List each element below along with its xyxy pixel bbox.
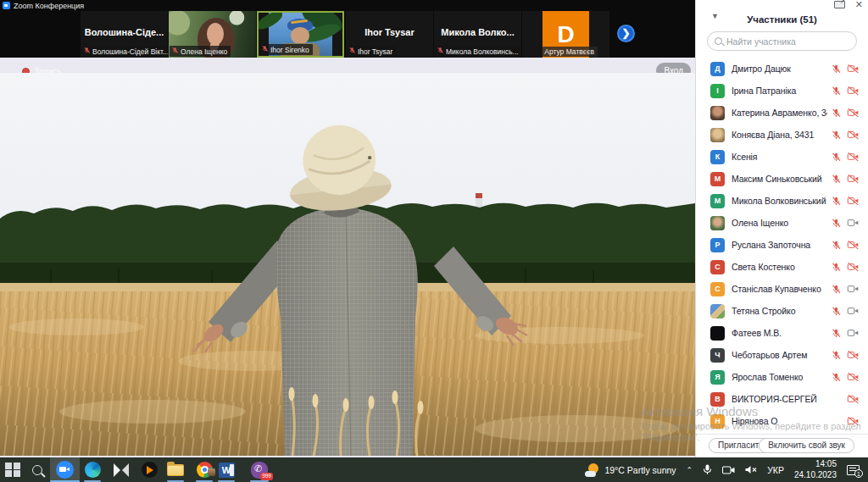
participant-row[interactable]: ІІрина Патраніка <box>696 80 868 102</box>
tray-camera-icon[interactable] <box>717 457 740 482</box>
search-participant-input[interactable] <box>726 36 849 47</box>
participant-row[interactable]: Катерина Авраменко, 3431 <box>696 102 868 124</box>
tray-show-hidden-icons[interactable]: ⌃ <box>682 457 698 482</box>
video-tile-artur[interactable]: D Артур Матвєєв <box>522 11 609 58</box>
tray-language-indicator[interactable]: УКР <box>762 457 789 482</box>
participant-row[interactable]: ДДмитро Дацюк <box>696 58 868 80</box>
participant-row[interactable]: ССтаніслав Купавченко <box>696 278 868 300</box>
participant-status-icons <box>831 350 860 361</box>
participant-name: Олена Іщенко <box>732 218 827 228</box>
participant-row[interactable]: ЧЧеботарьов Артем <box>696 344 868 366</box>
tile-name-label: Олена Іщенко <box>170 46 231 57</box>
video-tile-mykola[interactable]: Микола Волко... Микола Волковинсь... <box>434 11 521 58</box>
tile-name-label: Микола Волковинсь... <box>435 46 521 57</box>
taskbar-zoom-app[interactable] <box>50 457 80 482</box>
tile-name-label: Ihor Tsysar <box>347 46 396 57</box>
participant-status-icons <box>831 328 860 339</box>
start-button[interactable] <box>3 457 22 482</box>
search-icon <box>715 37 722 45</box>
title-bar: Zoom Конференция <box>0 0 695 11</box>
chevron-down-icon[interactable]: ▼ <box>711 12 719 20</box>
taskbar-word-app[interactable]: W <box>217 457 236 482</box>
taskbar-viber-app[interactable]: 999 <box>249 457 270 482</box>
initial-avatar: В <box>710 392 725 407</box>
search-participant-box[interactable] <box>707 31 857 51</box>
taskbar-file-explorer[interactable] <box>166 457 185 482</box>
participant-status-icons <box>831 108 860 119</box>
video-tile-voloshyna[interactable]: Волошина-Сіде... Волошина-Сідей Вікт... <box>81 11 168 58</box>
initial-avatar: М <box>710 172 725 186</box>
camera-off-icon <box>847 196 860 206</box>
mic-off-icon <box>831 130 842 141</box>
taskbar-chrome-app[interactable] <box>195 457 214 482</box>
participant-name: Микола Волковинський <box>732 196 827 206</box>
initial-avatar: Ч <box>710 348 725 363</box>
mic-off-icon <box>831 284 842 295</box>
mic-off-icon <box>831 372 842 383</box>
photo-avatar <box>710 128 725 142</box>
video-tile-ihor-sirenko-active[interactable]: Ihor Sirenko <box>257 11 344 58</box>
tile-display-name: Ihor Tsysar <box>346 27 433 37</box>
mic-off-icon <box>83 47 91 56</box>
participant-name: Фатеев М.В. <box>732 328 827 338</box>
tray-clock[interactable]: 14:0524.10.2023 <box>789 457 842 482</box>
camera-on-icon <box>847 306 860 316</box>
participant-row[interactable]: РРуслана Запоточна <box>696 234 868 256</box>
taskbar-edge-app[interactable] <box>83 457 102 482</box>
zoom-app-icon <box>3 2 10 9</box>
taskbar-search-icon[interactable] <box>27 457 47 482</box>
participant-row[interactable]: Тетяна Стройко <box>696 300 868 322</box>
initial-avatar: І <box>710 84 725 98</box>
unmute-my-audio-button[interactable]: Включить свой звук <box>759 438 854 453</box>
participant-row[interactable]: ККсенія <box>696 146 868 168</box>
notification-center-button[interactable]: 1 <box>842 457 868 482</box>
participant-row[interactable]: ССвета Костенко <box>696 256 868 278</box>
initial-avatar: Р <box>710 238 725 252</box>
tile-name-label: Волошина-Сідей Вікт... <box>81 46 168 57</box>
camera-off-icon <box>847 64 860 74</box>
participant-name: Станіслав Купавченко <box>732 284 827 294</box>
mic-off-icon <box>831 86 842 97</box>
weather-text: 19°C Partly sunny <box>604 465 676 475</box>
weather-icon <box>585 463 600 477</box>
mic-off-icon <box>171 47 179 56</box>
participant-row[interactable]: ММаксим Синьковський <box>696 168 868 190</box>
participant-row[interactable]: ЯЯрослав Томенко <box>696 366 868 388</box>
mic-off-icon <box>831 196 842 207</box>
photo-avatar <box>710 216 725 230</box>
video-tile-olena[interactable]: Олена Іщенко <box>169 11 256 58</box>
initial-avatar: С <box>710 260 725 274</box>
close-panel-button[interactable]: ✕ <box>855 1 863 8</box>
taskbar-media-app[interactable] <box>112 457 131 482</box>
zoom-taskbar-icon <box>56 461 74 479</box>
camera-on-icon <box>847 284 860 294</box>
taskbar-aimp-app[interactable] <box>140 457 159 482</box>
camera-off-icon <box>847 108 860 118</box>
popout-panel-button[interactable] <box>834 1 845 8</box>
participant-name: Тетяна Стройко <box>732 306 827 316</box>
participant-row[interactable]: ММикола Волковинський <box>696 190 868 212</box>
viber-badge: 999 <box>260 473 273 480</box>
video-tile-ihor-tsysar[interactable]: Ihor Tsysar Ihor Tsysar <box>346 11 433 58</box>
camera-off-icon <box>847 372 860 382</box>
participant-row[interactable]: ННірянова О <box>696 410 868 432</box>
tray-mic-icon[interactable] <box>698 457 717 482</box>
participant-row[interactable]: Фатеев М.В. <box>696 322 868 344</box>
participant-status-icons <box>831 218 860 229</box>
photo-avatar <box>710 106 725 120</box>
participant-status-icons <box>831 306 860 317</box>
participant-status-icons <box>831 64 860 75</box>
participant-row[interactable]: Олена Іщенко <box>696 212 868 234</box>
mic-off-icon <box>831 350 842 361</box>
main-stage: Запись Вход <box>0 58 695 457</box>
initial-avatar: Я <box>710 370 725 385</box>
participant-row[interactable]: ВВИКТОРИЯ-СЕРГЕЙ <box>696 388 868 410</box>
camera-off-icon <box>847 130 860 140</box>
weather-widget[interactable]: 19°C Partly sunny <box>580 457 681 482</box>
next-videos-button[interactable]: ❯ <box>617 25 635 42</box>
participant-row[interactable]: Коняєва Діана, 3431 <box>696 124 868 146</box>
notification-icon: 1 <box>847 465 860 475</box>
speaker-video-wheat-field <box>0 73 695 456</box>
participant-name: ВИКТОРИЯ-СЕРГЕЙ <box>732 394 843 404</box>
tray-speaker-muted-icon[interactable] <box>740 457 762 482</box>
